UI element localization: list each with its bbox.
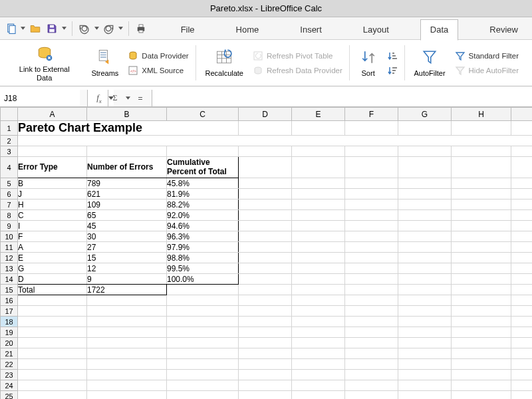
cell[interactable]: [398, 295, 452, 306]
table-cell[interactable]: F: [18, 231, 87, 242]
table-cell[interactable]: 100.0%: [167, 274, 239, 285]
link-external-data-button[interactable]: Link to External Data: [13, 43, 75, 82]
cell[interactable]: [292, 359, 345, 370]
table-cell[interactable]: 30: [87, 231, 167, 242]
sort-button[interactable]: Sort: [356, 47, 380, 78]
row-header[interactable]: 20: [1, 338, 18, 348]
cell[interactable]: [511, 338, 533, 348]
column-header[interactable]: D: [239, 108, 292, 121]
cell[interactable]: [292, 327, 345, 338]
cell[interactable]: [398, 121, 452, 136]
cell[interactable]: [511, 263, 533, 274]
cell[interactable]: [345, 359, 398, 370]
cell[interactable]: [452, 327, 511, 338]
table-cell[interactable]: 621: [87, 189, 167, 200]
cell[interactable]: [398, 263, 452, 274]
cell[interactable]: [398, 253, 452, 263]
cell[interactable]: [345, 370, 398, 380]
cell[interactable]: [87, 327, 167, 338]
row-header[interactable]: 15: [1, 285, 18, 295]
cell[interactable]: [452, 391, 511, 400]
row-header[interactable]: 12: [1, 253, 18, 263]
table-cell[interactable]: 94.6%: [167, 221, 239, 231]
cell[interactable]: [239, 380, 292, 391]
cell[interactable]: [167, 338, 239, 348]
cell[interactable]: [452, 338, 511, 348]
table-cell[interactable]: 88.2%: [167, 200, 239, 210]
row-header[interactable]: 22: [1, 359, 18, 370]
table-cell[interactable]: 65: [87, 210, 167, 221]
cell[interactable]: [167, 348, 239, 359]
cell[interactable]: [345, 157, 398, 178]
table-cell[interactable]: E: [18, 253, 87, 263]
cell[interactable]: [292, 295, 345, 306]
cell[interactable]: [398, 242, 452, 253]
row-header[interactable]: 11: [1, 242, 18, 253]
cell[interactable]: [239, 359, 292, 370]
cell[interactable]: [292, 370, 345, 380]
cell[interactable]: [87, 359, 167, 370]
formula-equals-icon[interactable]: =: [134, 92, 146, 104]
cell[interactable]: [452, 157, 511, 178]
cell[interactable]: [239, 391, 292, 400]
table-cell[interactable]: 9: [87, 274, 167, 285]
row-header[interactable]: 1: [1, 121, 18, 136]
cell[interactable]: [398, 274, 452, 285]
table-cell[interactable]: 109: [87, 200, 167, 210]
cell[interactable]: [452, 221, 511, 231]
cell[interactable]: [239, 274, 292, 285]
cell[interactable]: [452, 210, 511, 221]
cell[interactable]: [345, 380, 398, 391]
cell[interactable]: [511, 121, 533, 136]
cell[interactable]: [239, 263, 292, 274]
cell[interactable]: [239, 317, 292, 327]
cell[interactable]: [292, 210, 345, 221]
cell[interactable]: [239, 121, 292, 136]
cell[interactable]: [511, 231, 533, 242]
cell[interactable]: [511, 242, 533, 253]
cell[interactable]: [345, 285, 398, 295]
cell[interactable]: [511, 146, 533, 157]
cell[interactable]: [87, 146, 167, 157]
cell[interactable]: [292, 242, 345, 253]
cell[interactable]: [292, 285, 345, 295]
cell[interactable]: [18, 146, 87, 157]
table-cell-total-label[interactable]: Total: [18, 285, 87, 295]
cell[interactable]: [87, 370, 167, 380]
cell[interactable]: [239, 200, 292, 210]
row-header[interactable]: 7: [1, 200, 18, 210]
cell[interactable]: [18, 348, 87, 359]
cell[interactable]: [292, 121, 345, 136]
cell[interactable]: [87, 306, 167, 317]
cell[interactable]: [511, 178, 533, 189]
cell[interactable]: [452, 189, 511, 200]
cell[interactable]: [292, 338, 345, 348]
cell[interactable]: [167, 306, 239, 317]
cell[interactable]: [239, 221, 292, 231]
cell[interactable]: [345, 263, 398, 274]
table-cell[interactable]: H: [18, 200, 87, 210]
cell[interactable]: [292, 231, 345, 242]
table-cell[interactable]: G: [18, 263, 87, 274]
undo-dropdown-icon[interactable]: [94, 20, 99, 37]
cell[interactable]: [18, 380, 87, 391]
cell[interactable]: [398, 146, 452, 157]
formula-input[interactable]: [152, 90, 532, 106]
cell[interactable]: [167, 370, 239, 380]
streams-button[interactable]: Streams: [88, 47, 121, 78]
row-header[interactable]: 2: [1, 136, 18, 146]
table-cell[interactable]: 15: [87, 253, 167, 263]
table-header[interactable]: Error Type: [18, 157, 87, 178]
cell[interactable]: [398, 200, 452, 210]
sum-dropdown-icon[interactable]: [125, 90, 130, 107]
cell[interactable]: [345, 189, 398, 200]
row-header[interactable]: 8: [1, 210, 18, 221]
spreadsheet-grid[interactable]: A B C D E F G H 1 Pareto Chart Example 2…: [0, 107, 532, 399]
cell[interactable]: [87, 338, 167, 348]
cell[interactable]: [511, 200, 533, 210]
cell[interactable]: [292, 274, 345, 285]
cell[interactable]: [18, 391, 87, 400]
row-header[interactable]: 25: [1, 391, 18, 400]
standard-filter-button[interactable]: Standard Filter: [455, 51, 519, 61]
row-header[interactable]: 13: [1, 263, 18, 274]
